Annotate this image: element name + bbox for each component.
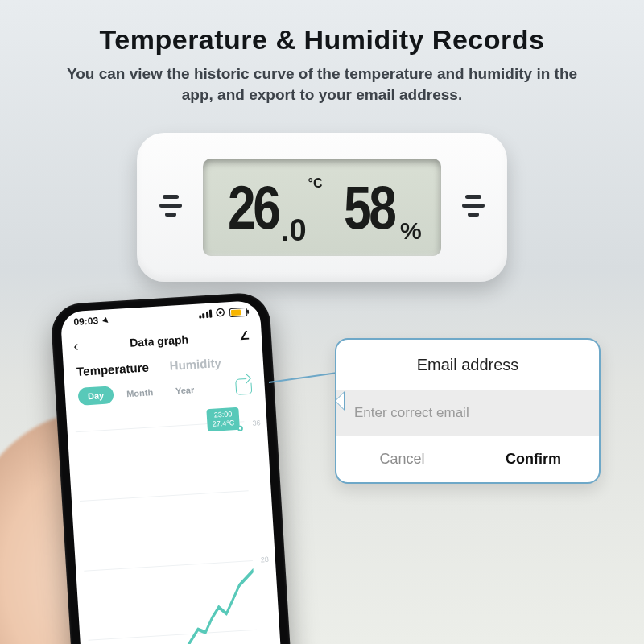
lcd-temperature-decimal: .0 — [281, 213, 307, 248]
location-arrow-icon: ◂ — [101, 314, 113, 325]
edit-button[interactable]: ∠ — [239, 329, 250, 343]
signal-icon — [198, 310, 212, 319]
tab-humidity[interactable]: Humidity — [169, 356, 221, 373]
lcd-temperature-unit: °C — [308, 176, 323, 191]
page-title: Temperature & Humidity Records — [0, 0, 644, 56]
battery-icon — [229, 307, 248, 316]
chart-line — [76, 421, 262, 644]
cancel-button[interactable]: Cancel — [336, 436, 468, 482]
page-subtitle: You can view the historic curve of the t… — [56, 64, 588, 105]
callout-connector — [269, 372, 337, 383]
phone-mockup: 09:03 ◂ ⦿ ‹ Data graph ∠ Temperature Hum… — [50, 291, 295, 644]
lcd-humidity-unit: % — [400, 217, 422, 245]
range-selector: Day Month Year — [77, 380, 204, 406]
dialog-title: Email address — [336, 340, 599, 387]
email-export-dialog: Email address Enter correct email Cancel… — [335, 338, 601, 484]
confirm-button[interactable]: Confirm — [468, 436, 599, 482]
screen-title: Data graph — [130, 332, 189, 349]
status-time: 09:03 ◂ — [73, 314, 109, 328]
back-button[interactable]: ‹ — [73, 337, 79, 354]
lcd-humidity: 58 — [344, 172, 394, 242]
range-month[interactable]: Month — [117, 382, 163, 402]
lcd-display: 26 .0 °C 58 % — [203, 159, 441, 256]
range-day[interactable]: Day — [77, 386, 114, 406]
temperature-chart[interactable]: 36 28 20 23:00 27.4°C — [66, 401, 284, 644]
email-input[interactable]: Enter correct email — [336, 390, 599, 436]
sensor-vent-left-icon — [155, 189, 187, 221]
sensor-vent-right-icon — [457, 189, 489, 221]
tab-temperature[interactable]: Temperature — [76, 360, 150, 378]
lcd-temperature: 26 — [228, 172, 279, 242]
sensor-device: 26 .0 °C 58 % — [137, 133, 507, 282]
range-year[interactable]: Year — [165, 380, 204, 400]
export-icon[interactable] — [235, 378, 252, 395]
phone-screen: 09:03 ◂ ⦿ ‹ Data graph ∠ Temperature Hum… — [60, 300, 285, 644]
wifi-icon: ⦿ — [216, 308, 226, 320]
